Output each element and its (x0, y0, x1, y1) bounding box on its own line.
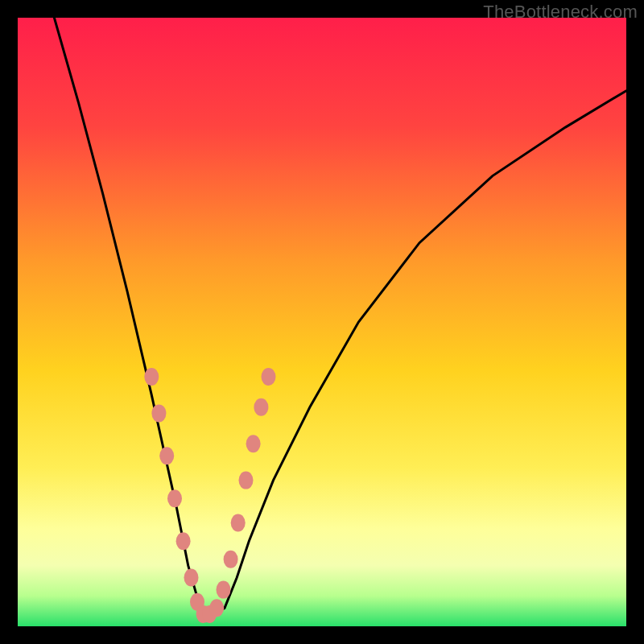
curve-marker (262, 368, 276, 386)
bottleneck-curve (54, 18, 626, 614)
plot-area (18, 18, 626, 626)
curve-marker (224, 551, 238, 568)
curve-marker (159, 447, 174, 464)
curve-marker (144, 368, 159, 386)
curve-marker (184, 569, 199, 587)
curve-markers (144, 368, 275, 623)
curve-marker (151, 404, 166, 422)
curve-marker (176, 532, 191, 550)
curve-marker (231, 514, 246, 532)
bottleneck-curve-svg (18, 18, 626, 626)
curve-marker (217, 581, 231, 599)
curve-marker (254, 398, 268, 416)
curve-marker (167, 489, 182, 507)
chart-frame: TheBottleneck.com (0, 0, 644, 644)
curve-marker (209, 599, 224, 617)
curve-marker (239, 472, 254, 489)
curve-marker (246, 435, 261, 452)
